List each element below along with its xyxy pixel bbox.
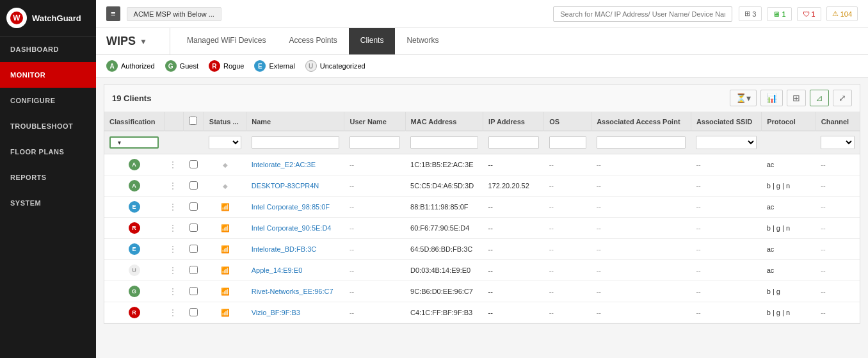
- uncategorized-label: Uncategorized: [320, 62, 366, 70]
- filter-authorized[interactable]: A Authorized: [106, 60, 155, 72]
- sidebar-item-troubleshoot[interactable]: TROUBLESHOOT: [0, 113, 96, 139]
- channel-cell: --: [821, 266, 825, 274]
- name-filter-input[interactable]: [252, 136, 339, 149]
- aap-cell: --: [597, 203, 601, 211]
- mac-filter-input[interactable]: [410, 136, 478, 149]
- os-filter-input[interactable]: [549, 136, 586, 149]
- device-name-link[interactable]: Intel Corporate_90:5E:D4: [252, 224, 332, 232]
- sidebar-item-monitor[interactable]: MONITOR: [0, 62, 96, 88]
- account-selector[interactable]: ACME MSP with Below ...: [127, 7, 221, 21]
- online-count: 1: [782, 10, 785, 18]
- protocol-cell: b | g | n: [767, 182, 790, 190]
- device-name-link[interactable]: Vizio_BF:9F:B3: [252, 309, 300, 316]
- filter-uncategorized[interactable]: U Uncategorized: [305, 60, 366, 72]
- aap-cell: --: [597, 182, 601, 190]
- shield-icon: 🛡: [803, 10, 810, 18]
- classification-badge: R: [129, 222, 140, 234]
- expand-icon-btn[interactable]: ⤢: [833, 90, 852, 106]
- dropdown-value: [113, 139, 115, 146]
- bar-chart-icon-btn[interactable]: 📊: [760, 90, 783, 106]
- device-name-link[interactable]: Intel Corporate_98:85:0F: [252, 203, 330, 211]
- ip-filter-input[interactable]: [488, 136, 539, 149]
- wifi-status-icon: 📶: [221, 203, 230, 211]
- filter-guest[interactable]: G Guest: [165, 60, 198, 72]
- row-checkbox[interactable]: [189, 308, 198, 316]
- clients-table: Classification Status ... Name User Name…: [104, 112, 860, 323]
- row-checkbox[interactable]: [189, 245, 198, 253]
- col-classification: Classification: [104, 112, 164, 131]
- sidebar-item-configure[interactable]: CONFIGURE: [0, 88, 96, 113]
- sidebar-item-floor-plans[interactable]: FLOOR PLANS: [0, 139, 96, 165]
- filter-rogue[interactable]: R Rogue: [209, 60, 244, 72]
- device-name-link[interactable]: DESKTOP-83CPR4N: [252, 182, 319, 190]
- row-dots-icon[interactable]: ⋮: [169, 287, 177, 296]
- sidebar: W WatchGuard DASHBOARD MONITOR CONFIGURE…: [0, 0, 96, 358]
- channel-cell: --: [821, 161, 825, 168]
- status-filter-select[interactable]: [209, 136, 241, 149]
- username-filter-input[interactable]: [350, 136, 400, 149]
- rogue-label: Rogue: [223, 62, 244, 70]
- device-name-link[interactable]: Intelorate_E2:AC:3E: [252, 161, 316, 168]
- tab-networks[interactable]: Networks: [395, 28, 450, 54]
- search-area: [228, 6, 732, 22]
- filter-icon-btn[interactable]: ⊿: [810, 90, 829, 106]
- sidebar-item-reports[interactable]: REPORTS: [0, 165, 96, 190]
- row-checkbox[interactable]: [189, 181, 198, 190]
- alert-icon-btn[interactable]: ⚠ 104: [826, 6, 858, 21]
- sidebar-item-system[interactable]: SYSTEM: [0, 190, 96, 216]
- assid-cell: --: [696, 288, 700, 295]
- col-status[interactable]: Status ...: [204, 112, 246, 131]
- device-name-link[interactable]: Apple_14:E9:E0: [252, 266, 303, 274]
- online-icon-btn[interactable]: 🖥 1: [767, 7, 791, 21]
- row-dots-icon[interactable]: ⋮: [169, 202, 177, 211]
- username-cell: --: [350, 245, 354, 253]
- device-name-link[interactable]: Intelorate_BD:FB:3C: [252, 245, 317, 253]
- rogue-badge-circle: R: [209, 60, 220, 72]
- tab-managed-wifi[interactable]: Managed WiFi Devices: [175, 28, 277, 54]
- wifi-status-icon: 📶: [221, 266, 230, 274]
- aap-cell: --: [597, 245, 601, 253]
- classification-filter-dropdown[interactable]: ▾: [109, 136, 159, 149]
- table-filter-row: ▾: [104, 131, 860, 154]
- row-dots-icon[interactable]: ⋮: [169, 266, 177, 275]
- wifi-status-icon: 📶: [221, 288, 230, 295]
- ip-cell: --: [488, 224, 493, 232]
- search-input[interactable]: [553, 6, 732, 22]
- channel-filter-select[interactable]: [821, 136, 855, 149]
- row-dots-icon[interactable]: ⋮: [169, 245, 177, 254]
- sidebar-item-dashboard[interactable]: DASHBOARD: [0, 37, 96, 62]
- mac-cell: 1C:1B:B5:E2:AC:3E: [410, 161, 473, 168]
- row-checkbox[interactable]: [189, 224, 198, 232]
- page-title-caret[interactable]: ▼: [140, 37, 147, 46]
- device-name-link[interactable]: Rivet-Networks_EE:96:C7: [252, 288, 334, 295]
- aap-filter-input[interactable]: [597, 136, 686, 149]
- assid-cell: --: [696, 245, 700, 253]
- row-dots-icon[interactable]: ⋮: [169, 308, 177, 317]
- tab-clients[interactable]: Clients: [349, 28, 396, 54]
- main-content: ≡ ACME MSP with Below ... ⊞ 3 🖥 1 🛡 1 ⚠ …: [96, 0, 868, 358]
- classification-badge: E: [129, 243, 140, 255]
- col-protocol: Protocol: [762, 112, 816, 131]
- row-checkbox[interactable]: [189, 266, 198, 274]
- devices-icon-btn[interactable]: ⊞ 3: [739, 6, 762, 21]
- devices-count: 3: [752, 10, 756, 18]
- row-dots-icon[interactable]: ⋮: [169, 160, 177, 169]
- hamburger-button[interactable]: ≡: [106, 6, 120, 21]
- select-all-checkbox[interactable]: [189, 117, 197, 125]
- wifi-status-icon: 📶: [221, 245, 230, 253]
- row-dots-icon[interactable]: ⋮: [169, 181, 177, 190]
- aap-cell: --: [597, 266, 601, 274]
- shield-icon-btn[interactable]: 🛡 1: [797, 7, 821, 21]
- row-checkbox[interactable]: [189, 160, 198, 168]
- table-row: E ⋮ 📶 Intelorate_BD:FB:3C -- 64:5D:86:BD…: [104, 239, 860, 260]
- tab-access-points[interactable]: Access Points: [277, 28, 348, 54]
- row-dots-icon[interactable]: ⋮: [169, 224, 177, 232]
- table-row: G ⋮ 📶 Rivet-Networks_EE:96:C7 -- 9C:B6:D…: [104, 281, 860, 302]
- row-checkbox[interactable]: [189, 202, 198, 211]
- columns-icon-btn[interactable]: ⊞: [787, 90, 806, 106]
- assid-filter-select[interactable]: [696, 136, 756, 149]
- filter-external[interactable]: E External: [254, 60, 294, 72]
- assid-cell: --: [696, 182, 700, 190]
- row-checkbox[interactable]: [189, 287, 198, 295]
- hourglass-icon-btn[interactable]: ⏳▾: [730, 90, 757, 106]
